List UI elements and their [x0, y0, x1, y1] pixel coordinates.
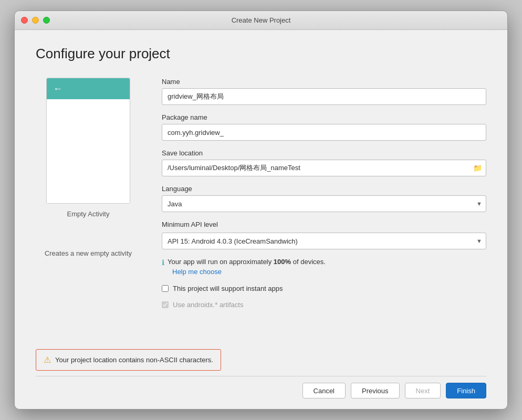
- save-location-label: Save location: [162, 149, 486, 157]
- maximize-button[interactable]: [43, 17, 50, 24]
- instant-apps-label: This project will support instant apps: [173, 285, 283, 292]
- save-location-input[interactable]: [162, 160, 486, 176]
- language-label: Language: [162, 185, 486, 193]
- save-location-group: Save location 📁: [162, 149, 486, 176]
- page-title: Configure your project: [36, 46, 486, 62]
- info-icon: ℹ: [162, 258, 164, 267]
- info-text: Your app will run on approximately 100% …: [168, 258, 326, 266]
- warning-icon: ⚠: [44, 355, 51, 365]
- name-input[interactable]: [162, 88, 486, 105]
- name-label: Name: [162, 78, 486, 86]
- api-level-group: Minimum API level API 15: Android 4.0.3 …: [162, 220, 486, 249]
- warning-text: Your project location contains non-ASCII…: [55, 356, 213, 364]
- api-level-select-wrapper: API 15: Android 4.0.3 (IceCreamSandwich)…: [162, 233, 486, 249]
- back-arrow-icon: ←: [53, 83, 62, 94]
- api-level-label: Minimum API level: [162, 220, 486, 228]
- left-panel: ← Empty Activity Creates a new empty act…: [36, 78, 141, 349]
- phone-preview: ←: [46, 78, 130, 204]
- name-group: Name: [162, 78, 486, 105]
- button-bar: Cancel Previous Next Finish: [36, 376, 486, 398]
- androidx-checkbox[interactable]: [162, 301, 169, 308]
- window: Create New Project Configure your projec…: [14, 10, 508, 410]
- help-me-choose-link[interactable]: Help me choose: [172, 268, 222, 276]
- language-group: Language Java Kotlin ▼: [162, 185, 486, 212]
- package-group: Package name: [162, 113, 486, 141]
- traffic-lights: [21, 17, 50, 24]
- main-content: Configure your project ← Empty Activity …: [15, 30, 507, 409]
- right-panel: Name Package name Save location 📁: [162, 78, 486, 349]
- androidx-label: Use androidx.* artifacts: [173, 301, 243, 309]
- title-bar: Create New Project: [15, 11, 507, 30]
- next-button[interactable]: Next: [405, 383, 441, 398]
- language-select[interactable]: Java Kotlin: [162, 195, 486, 212]
- previous-button[interactable]: Previous: [351, 383, 400, 398]
- api-level-select[interactable]: API 15: Android 4.0.3 (IceCreamSandwich)…: [162, 233, 486, 249]
- save-location-input-wrapper: 📁: [162, 160, 486, 176]
- phone-header: ←: [47, 78, 130, 99]
- instant-apps-checkbox[interactable]: [162, 285, 169, 292]
- androidx-row: Use androidx.* artifacts: [162, 301, 486, 309]
- cancel-button[interactable]: Cancel: [302, 383, 346, 398]
- language-select-wrapper: Java Kotlin ▼: [162, 195, 486, 212]
- package-input[interactable]: [162, 124, 486, 141]
- warning-box: ⚠ Your project location contains non-ASC…: [36, 349, 221, 371]
- activity-label: Empty Activity: [67, 210, 110, 218]
- main-area: ← Empty Activity Creates a new empty act…: [36, 78, 486, 349]
- close-button[interactable]: [21, 17, 28, 24]
- instant-apps-row: This project will support instant apps: [162, 285, 486, 292]
- phone-body: [47, 99, 130, 203]
- package-label: Package name: [162, 113, 486, 121]
- minimize-button[interactable]: [32, 17, 39, 24]
- finish-button[interactable]: Finish: [446, 383, 486, 398]
- info-row: ℹ Your app will run on approximately 100…: [162, 258, 486, 276]
- window-title: Create New Project: [232, 16, 291, 24]
- bottom-section: ⚠ Your project location contains non-ASC…: [36, 349, 486, 398]
- activity-description: Creates a new empty activity: [45, 249, 132, 257]
